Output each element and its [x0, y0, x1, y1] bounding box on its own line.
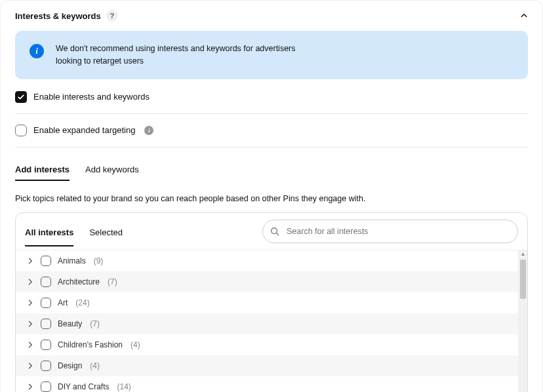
interest-label: Design — [58, 361, 82, 370]
info-icon: i — [30, 44, 44, 58]
interest-row: Beauty (7) — [16, 313, 518, 334]
interest-count: (7) — [108, 277, 117, 286]
chevron-right-icon[interactable] — [26, 320, 34, 328]
tab-add-interests[interactable]: Add interests — [15, 159, 70, 181]
help-icon[interactable]: ? — [106, 10, 118, 22]
interests-list-wrap: Animals (9) Architecture (7) Art (24) — [16, 250, 527, 393]
scroll-up-arrow-icon[interactable]: ▲ — [519, 250, 527, 258]
interest-checkbox[interactable] — [41, 361, 51, 371]
chevron-right-icon[interactable] — [26, 341, 34, 349]
interests-tabs: All interests Selected — [25, 222, 123, 246]
tab-all-interests[interactable]: All interests — [25, 222, 73, 246]
interest-row: Architecture (7) — [16, 271, 518, 292]
interest-label: Animals — [58, 256, 86, 265]
helper-text: Pick topics related to your brand so you… — [15, 194, 528, 203]
interest-row: DIY and Crafts (14) — [16, 376, 518, 393]
info-banner: i We don't recommend using interests and… — [15, 31, 528, 79]
interest-count: (24) — [75, 298, 89, 307]
enable-expanded-checkbox[interactable] — [15, 125, 27, 136]
enable-expanded-row: Enable expanded targeting i — [15, 122, 528, 139]
interest-label: Children's Fashion — [58, 340, 123, 349]
info-inline-icon[interactable]: i — [144, 126, 153, 135]
interest-checkbox[interactable] — [41, 256, 51, 266]
enable-interests-checkbox[interactable] — [15, 91, 27, 103]
chevron-right-icon[interactable] — [26, 278, 34, 286]
interest-row: Animals (9) — [16, 250, 518, 271]
interest-row: Art (24) — [16, 292, 518, 313]
interest-checkbox[interactable] — [41, 298, 51, 308]
vertical-scrollbar[interactable]: ▲ ▼ — [518, 250, 527, 393]
interests-panel: All interests Selected Animals (9) — [15, 212, 528, 393]
chevron-right-icon[interactable] — [26, 383, 34, 391]
divider — [15, 147, 528, 147]
search-input[interactable] — [262, 220, 518, 243]
interest-count: (9) — [94, 256, 104, 265]
chevron-right-icon[interactable] — [26, 299, 34, 307]
interest-row: Children's Fashion (4) — [16, 334, 518, 355]
interest-count: (7) — [90, 319, 100, 328]
interest-label: DIY and Crafts — [58, 382, 109, 391]
interests-top: All interests Selected — [16, 213, 527, 250]
enable-interests-label: Enable interests and keywords — [33, 92, 150, 102]
section-title: Interests & keywords — [15, 11, 101, 21]
interests-list: Animals (9) Architecture (7) Art (24) — [16, 250, 518, 393]
interest-count: (4) — [90, 361, 100, 370]
chevron-right-icon[interactable] — [26, 257, 34, 265]
section-title-wrap: Interests & keywords ? — [15, 10, 118, 22]
collapse-chevron-up-icon[interactable] — [520, 12, 528, 20]
search-wrap — [262, 220, 518, 243]
enable-interests-row: Enable interests and keywords — [15, 88, 528, 106]
interest-checkbox[interactable] — [41, 340, 51, 350]
svg-line-1 — [277, 233, 279, 235]
interest-label: Beauty — [58, 319, 82, 328]
main-tabs: Add interests Add keywords — [15, 159, 528, 181]
tab-selected[interactable]: Selected — [89, 222, 123, 246]
interest-checkbox[interactable] — [41, 277, 51, 287]
interest-label: Architecture — [58, 277, 100, 286]
interest-checkbox[interactable] — [41, 319, 51, 329]
interest-label: Art — [58, 298, 68, 307]
interest-checkbox[interactable] — [41, 382, 51, 392]
divider — [15, 113, 528, 114]
interest-count: (4) — [131, 340, 140, 349]
chevron-right-icon[interactable] — [26, 362, 34, 370]
interest-row: Design (4) — [16, 355, 518, 376]
section-header: Interests & keywords ? — [15, 10, 528, 22]
info-banner-text: We don't recommend using interests and k… — [56, 43, 318, 68]
search-icon — [270, 227, 279, 236]
enable-expanded-label: Enable expanded targeting — [33, 125, 135, 135]
tab-add-keywords[interactable]: Add keywords — [85, 159, 139, 181]
interests-keywords-panel: Interests & keywords ? i We don't recomm… — [0, 0, 543, 392]
vertical-scroll-thumb[interactable] — [520, 260, 526, 299]
interest-count: (14) — [117, 382, 131, 391]
